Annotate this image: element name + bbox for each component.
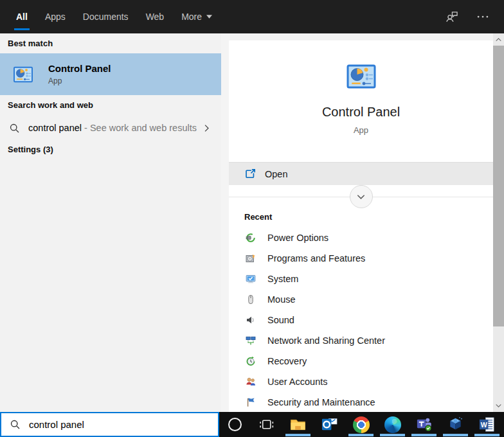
recent-item-programs-and-features[interactable]: Programs and Features [229, 248, 493, 269]
web-suggestion-query: control panel [28, 123, 82, 133]
best-match-text: Control Panel App [48, 63, 111, 85]
preview-card: Control Panel App Open Recent Power Opti… [229, 40, 493, 412]
mouse-icon [246, 294, 256, 305]
taskbar-search-box[interactable] [0, 412, 219, 437]
chevron-down-icon [495, 402, 502, 409]
outlook-icon [321, 416, 338, 433]
tab-all[interactable]: All [16, 0, 28, 33]
control-panel-icon [13, 64, 33, 85]
feedback-icon[interactable] [445, 10, 459, 24]
recent-item-system[interactable]: System [229, 269, 493, 289]
recent-item-label: User Accounts [267, 377, 328, 387]
tab-apps[interactable]: Apps [45, 0, 66, 33]
recent-item-label: Mouse [267, 294, 296, 305]
settings-header: Settings (3) [8, 145, 53, 154]
taskbar-outlook-button[interactable] [314, 412, 345, 437]
system-icon [246, 274, 256, 284]
scrollbar[interactable] [493, 33, 504, 412]
search-input[interactable] [29, 419, 196, 430]
open-action-label: Open [265, 169, 287, 179]
recent-item-label: Power Options [267, 233, 328, 243]
cortana-icon [228, 418, 242, 431]
tab-web-label: Web [146, 12, 165, 22]
sound-icon [246, 315, 256, 325]
search-icon [10, 419, 21, 430]
scrollbar-down-button[interactable] [493, 400, 504, 411]
taskbar-teams-button[interactable] [408, 412, 440, 437]
user-accounts-icon [246, 377, 256, 387]
best-match-title: Control Panel [48, 63, 111, 74]
task-view-icon [258, 416, 275, 433]
recent-item-label: Sound [267, 315, 294, 325]
security-maintenance-flag-icon [246, 397, 256, 407]
recent-item-power-options[interactable]: Power Options [229, 227, 493, 248]
chevron-down-icon [356, 192, 366, 202]
taskbar-word-button[interactable] [471, 412, 503, 437]
chevron-right-icon[interactable] [203, 124, 211, 132]
filter-tabs: All Apps Documents Web More [0, 0, 212, 33]
recent-item-user-accounts[interactable]: User Accounts [229, 371, 493, 392]
programs-features-icon [246, 253, 256, 263]
preview-panel: Control Panel App Open Recent Power Opti… [221, 33, 493, 412]
best-match-subtitle: App [48, 76, 111, 85]
web-suggestion-suffix: - See work and web results [84, 123, 197, 133]
recent-item-mouse[interactable]: Mouse [229, 289, 493, 310]
taskbar-chrome-button[interactable] [345, 412, 377, 437]
recent-item-label: Network and Sharing Center [267, 335, 385, 346]
chrome-icon [353, 416, 370, 433]
results-panel: Best match Control Panel App Search work… [0, 33, 221, 412]
chevron-up-icon [495, 36, 502, 43]
tab-all-label: All [16, 12, 28, 22]
cube-app-icon [447, 416, 464, 433]
network-icon [246, 335, 256, 346]
best-match-header: Best match [8, 39, 53, 48]
preview-app-title: Control Panel [229, 105, 493, 120]
teams-icon [415, 416, 433, 433]
recovery-icon [246, 356, 256, 366]
search-icon [9, 123, 20, 134]
word-icon [478, 416, 496, 433]
expand-actions-button[interactable] [350, 185, 373, 208]
taskbar-file-explorer-button[interactable] [282, 412, 314, 437]
recent-item-label: System [267, 274, 298, 284]
search-filter-bar: All Apps Documents Web More [0, 0, 504, 33]
recent-header: Recent [244, 212, 272, 222]
tab-apps-label: Apps [45, 12, 66, 22]
web-suggestion-row[interactable]: control panel - See work and web results [0, 116, 221, 140]
chevron-down-icon [206, 15, 212, 19]
topbar-actions [445, 10, 504, 24]
tab-more[interactable]: More [181, 0, 212, 33]
recent-list: Power Options Programs and Features Syst… [229, 227, 493, 413]
open-action[interactable]: Open [229, 162, 493, 185]
tab-documents-label: Documents [83, 12, 129, 22]
power-options-icon [246, 233, 256, 243]
recent-item-label: Security and Maintenance [267, 397, 375, 407]
open-external-icon [244, 168, 256, 180]
ellipsis-icon[interactable] [476, 10, 490, 24]
taskbar-edge-button[interactable] [377, 412, 408, 437]
taskbar-task-view-button[interactable] [251, 412, 282, 437]
recent-item-label: Recovery [267, 356, 307, 366]
recent-item-network-sharing-center[interactable]: Network and Sharing Center [229, 330, 493, 351]
taskbar-cortana-button[interactable] [219, 412, 251, 437]
taskbar [219, 412, 504, 437]
edge-icon [384, 416, 401, 433]
tab-more-label: More [181, 12, 202, 22]
tab-web[interactable]: Web [146, 0, 165, 33]
scrollbar-thumb[interactable] [493, 46, 504, 326]
scrollbar-up-button[interactable] [493, 34, 504, 45]
recent-item-sound[interactable]: Sound [229, 310, 493, 330]
control-panel-icon-large [346, 61, 377, 92]
web-suggestion-text: control panel - See work and web results [28, 123, 197, 133]
file-explorer-icon [289, 416, 307, 433]
taskbar-cube-app-button[interactable] [440, 412, 471, 437]
recent-item-security-and-maintenance[interactable]: Security and Maintenance [229, 392, 493, 413]
recent-item-label: Programs and Features [267, 253, 365, 263]
recent-item-recovery[interactable]: Recovery [229, 351, 493, 371]
tab-documents[interactable]: Documents [83, 0, 129, 33]
best-match-result-control-panel[interactable]: Control Panel App [0, 53, 221, 95]
preview-app-subtitle: App [229, 125, 493, 135]
search-web-header: Search work and web [8, 100, 93, 110]
